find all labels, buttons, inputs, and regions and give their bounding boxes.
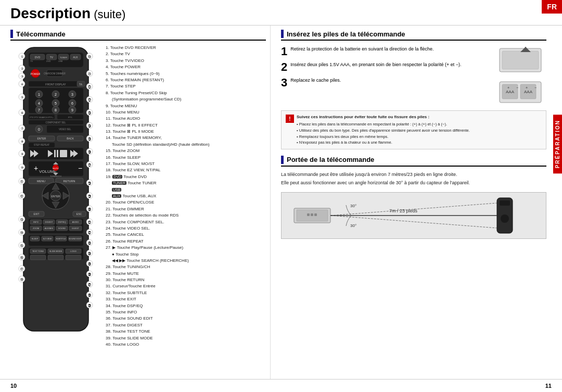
list-item: 6. Touche REMAIN (RESTANT) [106,77,266,83]
svg-text:SUBTITLE: SUBTITLE [56,237,66,240]
svg-text:3: 3 [71,93,73,96]
svg-text:SLIDE MODE: SLIDE MODE [49,250,62,252]
svg-rect-61 [57,150,58,157]
svg-text:⑪: ⑪ [20,180,23,183]
svg-text:AUDIO: AUDIO [72,221,79,223]
list-item: 25. Touche CANCEL [106,232,266,238]
svg-text:TA: TA [79,83,83,86]
svg-text:PTY-: PTY- [68,116,73,119]
svg-text:PTY  PTY SEARCH  PTY+: PTY PTY SEARCH PTY+ [30,116,54,119]
svg-text:30°: 30° [350,204,356,208]
svg-text:③: ③ [21,75,23,78]
battery-step-1: 1 Retirez la protection de la batterie e… [281,46,489,57]
page-left: 10 [10,383,17,389]
svg-text:⑰: ⑰ [20,268,23,271]
svg-text:㉘: ㉘ [88,182,91,185]
svg-text:TUNING/CH: TUNING/CH [50,175,61,178]
telecommande-title: Télécommande [16,30,66,38]
svg-text:TV: TV [50,56,54,59]
svg-text:⑲: ⑲ [88,55,91,58]
svg-text:TEST TONE: TEST TONE [32,250,44,252]
svg-text:FRONT DISPLAY: FRONT DISPLAY [45,83,66,86]
page-title: Description (suite) [10,5,125,22]
svg-text:⑯: ⑯ [20,256,23,259]
page-numbers: 10 11 [0,379,562,392]
warning-title: Suivez ces instructions pour éviter tout… [297,114,470,120]
list-item: 31. Curseur/Touche Entrée [106,283,266,289]
svg-text:AUX/MIX: AUX/MIX [45,227,54,230]
list-item: 20. Touche OPEN/CLOSE [106,199,266,206]
list-item: 3. Touche TV/VIDEO [106,58,266,64]
svg-text:ON/ROOM DIMMER: ON/ROOM DIMMER [44,72,66,75]
list-item: 27. ▶ Touche Play/Pause (Lecture/Pause) [106,245,266,251]
list-item: 4. Touche POWER [106,64,266,70]
svg-text:⑨: ⑨ [21,153,23,156]
svg-text:4: 4 [38,102,40,105]
svg-text:ENTER: ENTER [52,195,60,198]
svg-text:MUTE: MUTE [53,167,59,170]
svg-text:㉒: ㉒ [88,98,91,102]
battery-illustrations: AAA + − AAA + − [494,46,546,106]
svg-text:0: 0 [38,128,40,131]
list-sub-item: (Syntonisation programmée/Saut CD) [106,96,266,103]
telecommande-section-header: Télécommande [10,30,266,41]
list-item: 11. Touche AUDIO [106,116,266,122]
svg-text:1: 1 [38,93,40,96]
warning-point: • N'exposez pas les piles à la chaleur o… [297,140,470,146]
svg-rect-122 [30,255,46,260]
svg-text:5: 5 [55,102,57,105]
svg-text:VIDEO SEL: VIDEO SEL [59,128,71,131]
list-item: 13. Touche ⊠ PL II MODE [106,129,266,135]
svg-text:㉗: ㉗ [88,163,91,167]
svg-text:⑬: ⑬ [20,218,23,221]
svg-text:AAA: AAA [506,90,515,94]
svg-text:LOGO: LOGO [70,250,76,252]
svg-rect-220 [314,213,317,216]
svg-text:GUEST: GUEST [72,227,79,230]
portee-section: Portée de la télécommande La télécommand… [281,156,546,239]
svg-rect-219 [311,213,313,216]
svg-text:SOUND EDIT: SOUND EDIT [69,237,82,240]
svg-text:−: − [534,86,537,90]
portee-text-2: Elle peut aussi fonctionner avec un angl… [281,179,546,186]
svg-text:㉟: ㉟ [88,262,91,265]
svg-text:㉞: ㉞ [88,252,91,255]
list-sub-item: TUNER Touche TUNER [106,180,266,186]
svg-text:TV: TV [30,60,33,62]
svg-text:COMPONENT SEL: COMPONENT SEL [46,121,66,124]
svg-text:30°: 30° [350,223,356,228]
svg-text:DIGEST: DIGEST [45,221,53,223]
list-item: 24. Touche VIDEO SEL. [106,225,266,232]
svg-text:㉛: ㉛ [88,221,91,224]
list-item: 22. Touches de sélection du mode RDS [106,212,266,219]
svg-text:㉜: ㉜ [88,231,91,234]
svg-text:㉚: ㉚ [88,208,91,211]
svg-text:㉕: ㉕ [88,137,91,141]
svg-text:DVD: DVD [46,60,51,62]
svg-text:DSP/EQ: DSP/EQ [58,221,66,223]
svg-text:⑩: ⑩ [21,166,23,169]
svg-text:−: − [516,86,518,90]
svg-text:7m / 23 pieds: 7m / 23 pieds [389,208,418,213]
svg-text:AAA: AAA [524,90,533,94]
svg-text:①: ① [21,55,23,58]
svg-rect-218 [307,213,310,216]
svg-text:INFO: INFO [33,221,39,223]
page-right: 11 [545,383,552,389]
warning-point: • Remplacez toujours les deux piles en m… [297,134,470,140]
remote-control-visual: DVD TV TUNER AUX TV DVD USB POWER ON/ROO… [10,45,101,348]
list-item: 19. DVD Touche DVD [106,174,266,180]
svg-text:㉓: ㉓ [88,111,91,115]
remote-items-list: 1. Touche DVD RECEIVER 2. Touche TV 3. T… [106,45,266,348]
list-sub-item: USB [106,187,266,193]
list-item: 9. Touche MENU [106,103,266,109]
warning-point: • Utilisez des piles du bon type. Des pi… [297,128,470,134]
svg-text:USB: USB [58,60,63,62]
list-sub-item: ◀◀ ▶▶ Touche SEARCH (RECHERCHE) [106,258,266,264]
portee-diagram-svg: 30° 30° 7m / 23 pieds [289,193,539,238]
svg-text:7: 7 [38,108,40,112]
svg-text:MENU: MENU [37,180,45,183]
warning-box: ! Suivez ces instructions pour éviter to… [281,110,546,149]
preparation-badge: PRÉPARATION [553,115,562,173]
list-item: 12. Touche ⊠ PL II EFFECT [106,122,266,129]
